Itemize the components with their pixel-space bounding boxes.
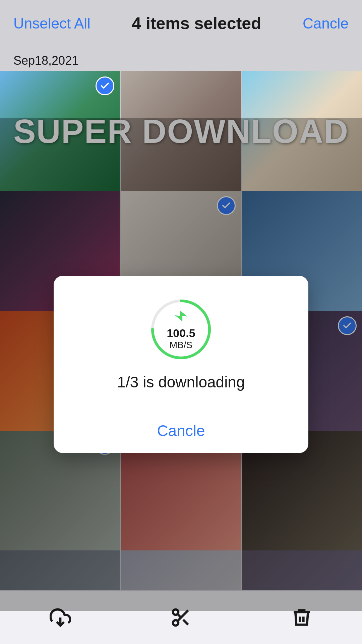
selection-count: 4 items selected — [132, 14, 261, 33]
download-modal: 100.5 MB/S 1/3 is downloading Cancle — [54, 276, 308, 453]
modal-cancel-button[interactable]: Cancle — [67, 408, 295, 453]
svg-point-5 — [173, 620, 178, 626]
download-modal-overlay: 100.5 MB/S 1/3 is downloading Cancle — [0, 118, 362, 611]
download-status: 1/3 is downloading — [117, 373, 245, 391]
speed-value: 100.5 — [167, 327, 195, 339]
photo-area: SUPER DOWNLOAD — [0, 71, 362, 611]
svg-line-8 — [178, 614, 181, 617]
progress-ring: 100.5 MB/S — [147, 296, 215, 363]
progress-center: 100.5 MB/S — [167, 309, 195, 350]
svg-marker-2 — [175, 310, 187, 321]
svg-line-7 — [183, 620, 188, 625]
cancel-button[interactable]: Cancle — [303, 15, 349, 32]
date-label: Sep18,2021 — [0, 47, 362, 71]
bolt-icon — [174, 309, 188, 326]
speed-unit: MB/S — [170, 339, 192, 350]
selected-badge-1 — [96, 76, 114, 95]
unselect-all-button[interactable]: Unselect All — [13, 15, 90, 32]
header: Unselect All 4 items selected Cancle — [0, 0, 362, 47]
